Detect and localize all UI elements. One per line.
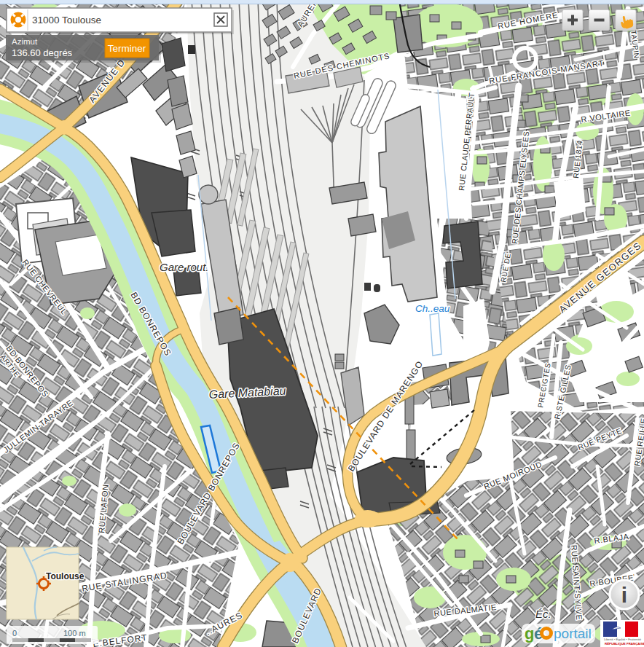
svg-text:100 m: 100 m	[63, 629, 86, 638]
svg-text:RÉPUBLIQUE FRANÇAISE: RÉPUBLIQUE FRANÇAISE	[605, 642, 644, 646]
svg-text:Azimut: Azimut	[12, 37, 38, 46]
svg-text:Gare rout.: Gare rout.	[160, 261, 209, 273]
svg-text:Ch..eau: Ch..eau	[415, 303, 450, 314]
svg-text:Toulouse: Toulouse	[46, 571, 85, 581]
svg-text:Éc.: Éc.	[535, 608, 551, 620]
svg-text:portail: portail	[554, 626, 592, 641]
svg-text:Liberté • Égalité • Fraternité: Liberté • Égalité • Fraternité	[604, 638, 642, 641]
svg-text:i: i	[621, 583, 627, 607]
svg-text:31000 Toulouse: 31000 Toulouse	[32, 15, 101, 26]
svg-text:g: g	[525, 624, 534, 643]
svg-text:0: 0	[12, 629, 17, 638]
svg-text:136.60 degrés: 136.60 degrés	[12, 47, 73, 58]
svg-text:Terminer: Terminer	[108, 43, 146, 54]
